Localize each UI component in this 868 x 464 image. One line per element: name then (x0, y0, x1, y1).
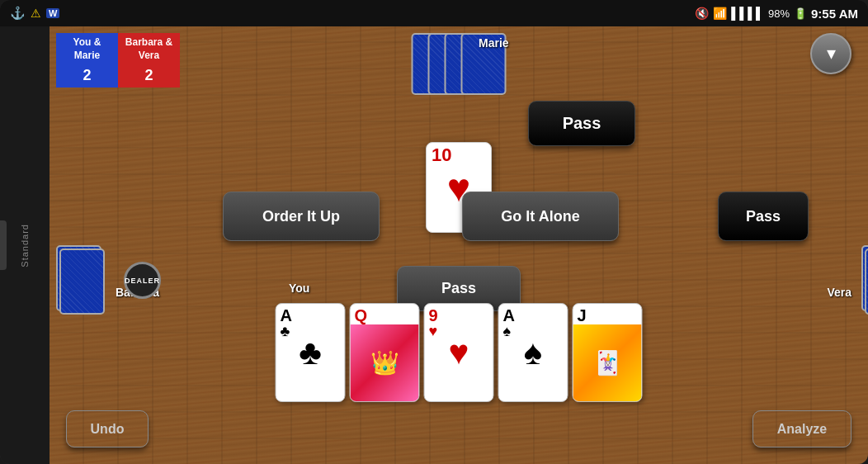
mute-icon: 🔇 (695, 7, 709, 20)
marie-pass-button[interactable]: Pass (528, 101, 635, 146)
player-you-label: You (289, 282, 309, 295)
chevron-down-icon: ▾ (827, 43, 836, 64)
order-it-up-button[interactable]: Order It Up (223, 192, 380, 241)
status-icons-left: ⚓ ⚠ W (10, 6, 59, 21)
card-rank: J (578, 307, 638, 324)
time-display: 9:55 AM (811, 7, 858, 21)
card-rank: A (503, 307, 564, 324)
card-nine-hearts[interactable]: 9 ♥ ♥ (424, 303, 494, 402)
player-hand: A ♣ ♣ Q ♥ 👑 9 ♥ ♥ A ♠ ♠ (276, 303, 643, 402)
analyze-button[interactable]: Analyze (752, 410, 851, 447)
wifi-icon: 📶 (713, 7, 727, 20)
usb-icon: ⚓ (10, 6, 26, 21)
team2-score: 2 (119, 64, 179, 87)
status-icons-right: 🔇 📶 ▌▌▌▌ 98% 🔋 9:55 AM (695, 7, 858, 21)
team2-label: Barbara &Vera (119, 34, 179, 64)
status-bar: ⚓ ⚠ W 🔇 📶 ▌▌▌▌ 98% 🔋 9:55 AM (0, 0, 868, 26)
card-jack-spades[interactable]: J ♠ 🃏 (573, 303, 643, 402)
card-rank: Q (355, 307, 415, 324)
card-center-symbol: ♠ (524, 333, 542, 372)
battery-percent: 98% (768, 7, 790, 20)
dealer-badge: DEALER (124, 262, 161, 299)
vera-card-2 (865, 249, 868, 315)
center-card-rank: 10 (432, 146, 451, 164)
game-area: ▾ You &Marie 2 Barbara &Vera 2 Marie Pas… (50, 26, 868, 464)
word-icon: W (46, 8, 59, 18)
card-center-symbol: ♣ (299, 333, 322, 372)
queen-face: 👑 (351, 324, 419, 401)
battery-icon: 🔋 (794, 7, 807, 20)
team2-score-col: Barbara &Vera 2 (118, 33, 180, 88)
settings-button[interactable]: ▾ (810, 33, 851, 74)
side-notch (0, 220, 7, 270)
card-ace-spades[interactable]: A ♠ ♠ (498, 303, 568, 402)
team1-label: You &Marie (57, 34, 117, 64)
dealer-label: DEALER (125, 277, 160, 285)
go-it-alone-button[interactable]: Go It Alone (462, 192, 619, 241)
standard-label: Standard (20, 224, 30, 268)
signal-icon: ▌▌▌▌ (731, 7, 764, 20)
pass-right-button[interactable]: Pass (718, 192, 809, 241)
warning-icon: ⚠ (31, 7, 41, 20)
card-queen-hearts[interactable]: Q ♥ 👑 (350, 303, 420, 402)
left-sidebar: Standard (0, 26, 50, 464)
player-marie-label: Marie (479, 36, 509, 50)
team1-score-col: You &Marie 2 (56, 33, 118, 88)
jack-face: 🃏 (573, 324, 642, 401)
team1-score: 2 (57, 64, 117, 87)
undo-button[interactable]: Undo (66, 410, 149, 447)
card-rank: 9 (429, 307, 489, 324)
card-ace-clubs[interactable]: A ♣ ♣ (276, 303, 346, 402)
scoreboard: You &Marie 2 Barbara &Vera 2 (56, 33, 180, 88)
card-center-symbol: ♥ (449, 333, 469, 372)
player-vera-label: Vera (827, 286, 851, 299)
card-rank: A (281, 307, 341, 324)
phone-frame: ⚓ ⚠ W 🔇 📶 ▌▌▌▌ 98% 🔋 9:55 AM Standard ▾ (0, 0, 868, 464)
barbara-card-2 (59, 249, 105, 315)
